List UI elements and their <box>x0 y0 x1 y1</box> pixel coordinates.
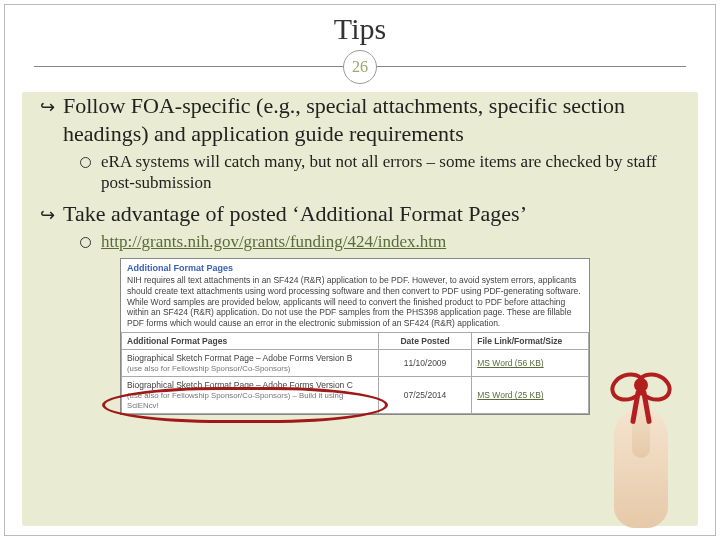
bullet-level2: http://grants.nih.gov/grants/funding/424… <box>80 231 680 252</box>
row-name: Biographical Sketch Format Page – Adobe … <box>127 380 353 390</box>
screenshot-intro: NIH requires all text attachments in an … <box>121 275 589 332</box>
page-title: Tips <box>34 12 686 46</box>
bullet-arrow-icon: ↪ <box>40 96 55 119</box>
format-pages-table: Additional Format Pages Date Posted File… <box>121 332 589 414</box>
table-col-date: Date Posted <box>378 333 471 350</box>
row-note: (use also for Fellowship Sponsor/Co-Spon… <box>127 391 343 410</box>
bullet-level2: eRA systems will catch many, but not all… <box>80 151 680 194</box>
screenshot-panel: Additional Format Pages NIH requires all… <box>120 258 590 415</box>
table-section-header: Additional Format Pages <box>122 333 379 350</box>
reminder-finger-icon <box>598 378 684 528</box>
table-row: Biographical Sketch Format Page – Adobe … <box>122 350 589 377</box>
bullet-level1: ↪ Take advantage of posted ‘Additional F… <box>40 200 680 228</box>
row-file-link[interactable]: MS Word (25 KB) <box>477 390 543 400</box>
page-number-badge: 26 <box>343 50 377 84</box>
bullet-arrow-icon: ↪ <box>40 204 55 227</box>
row-name: Biographical Sketch Format Page – Adobe … <box>127 353 352 363</box>
row-date: 07/25/2014 <box>378 377 471 414</box>
row-file-link[interactable]: MS Word (56 KB) <box>477 358 543 368</box>
row-date: 11/10/2009 <box>378 350 471 377</box>
row-note: (use also for Fellowship Sponsor/Co-Spon… <box>127 364 290 373</box>
bullet-circle-icon <box>80 157 91 168</box>
screenshot-heading: Additional Format Pages <box>121 259 589 275</box>
bullet-level1: ↪ Follow FOA-specific (e.g., special att… <box>40 92 680 147</box>
bullet-circle-icon <box>80 237 91 248</box>
content: ↪ Follow FOA-specific (e.g., special att… <box>34 92 686 415</box>
table-row: Biographical Sketch Format Page – Adobe … <box>122 377 589 414</box>
table-col-file: File Link/Format/Size <box>472 333 589 350</box>
title-rule: 26 <box>34 50 686 84</box>
bullet-text: Follow FOA-specific (e.g., special attac… <box>63 92 680 147</box>
bullet-text: Take advantage of posted ‘Additional For… <box>63 200 527 228</box>
bullet-text: eRA systems will catch many, but not all… <box>101 151 680 194</box>
format-pages-link[interactable]: http://grants.nih.gov/grants/funding/424… <box>101 231 446 252</box>
